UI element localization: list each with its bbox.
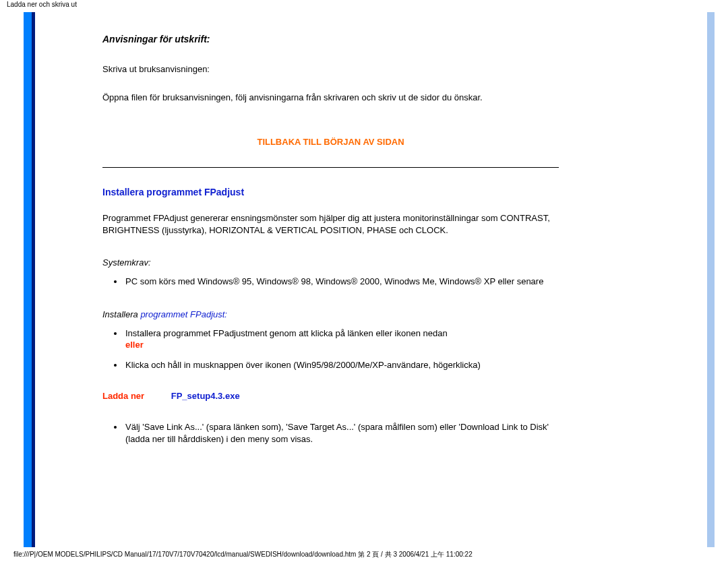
list-item: Välj 'Save Link As...' (spara länken som… <box>124 421 559 445</box>
system-requirements-heading: Systemkrav: <box>102 257 559 268</box>
print-instructions-p2: Öppna filen för bruksanvisningen, följ a… <box>102 92 559 104</box>
download-label: Ladda ner <box>102 391 144 401</box>
content-area: Anvisningar för utskrift: Skriva ut bruk… <box>35 12 707 547</box>
download-file-link[interactable]: FP_setup4.3.exe <box>171 391 240 401</box>
eller-label: eller <box>125 340 144 350</box>
list-item: PC som körs med Windows® 95, Windows® 98… <box>124 276 559 288</box>
print-instructions-p1: Skriva ut bruksanvisningen: <box>102 63 559 75</box>
system-requirements-list: PC som körs med Windows® 95, Windows® 98… <box>124 276 559 288</box>
fpadjust-section-title: Installera programmet FPadjust <box>102 187 559 197</box>
right-bar <box>707 12 715 547</box>
section-divider <box>102 167 559 168</box>
page-header-title: Ladda ner och skriva ut <box>7 1 77 8</box>
left-bar-outer <box>24 12 32 547</box>
back-to-top-link[interactable]: TILLBAKA TILL BÖRJAN AV SIDAN <box>102 137 559 147</box>
install-step-1-text: Installera programmet FPadjustment genom… <box>125 328 448 338</box>
print-instructions-heading: Anvisningar för utskrift: <box>102 34 559 44</box>
install-fpadjust-link[interactable]: programmet FPadjust: <box>140 309 227 319</box>
list-item: Installera programmet FPadjustment genom… <box>124 327 559 351</box>
page-footer-path: file:///P|/OEM MODELS/PHILIPS/CD Manual/… <box>13 550 473 559</box>
install-fpadjust-line: Installera programmet FPadjust: <box>102 309 559 319</box>
download-row: Ladda ner FP_setup4.3.exe <box>102 391 559 401</box>
document-frame: Anvisningar för utskrift: Skriva ut bruk… <box>24 12 715 547</box>
list-item: Klicka och håll in musknappen över ikone… <box>124 359 559 371</box>
fpadjust-description: Programmet FPAdjust genererar ensningsmö… <box>102 212 559 236</box>
install-steps-list-2: Välj 'Save Link As...' (spara länken som… <box>124 421 559 445</box>
install-steps-list-1: Installera programmet FPadjustment genom… <box>124 327 559 371</box>
install-prefix: Installera <box>102 309 140 319</box>
